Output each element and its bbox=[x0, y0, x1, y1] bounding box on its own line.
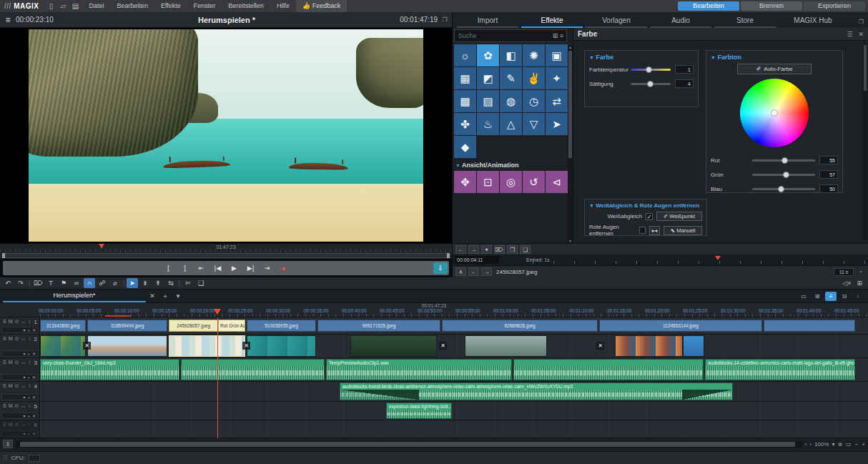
lock-icon[interactable]: ⊙ bbox=[15, 336, 19, 342]
track-4-content[interactable]: audioblocks-forest-birds-close-ambience-… bbox=[40, 382, 868, 401]
zoom-level-value[interactable]: 100% bbox=[814, 441, 829, 448]
width-icon[interactable]: ↔ bbox=[21, 383, 26, 390]
prev-frame-button[interactable]: |◀ bbox=[214, 265, 222, 272]
track-strip-icon[interactable]: ▾ bbox=[23, 351, 25, 356]
link-button[interactable]: ☍ bbox=[97, 278, 108, 288]
timeline-ruler[interactable]: 00:01:47:23 00:00:00:0000:00:05:0000:00:… bbox=[0, 303, 868, 317]
redo-button[interactable]: ↷ bbox=[15, 278, 26, 288]
effect-tile-ki-stil-bertr-[interactable]: ➤KI Stilübertr... bbox=[546, 113, 568, 135]
track-header-4[interactable]: SM⊙↔↕4▾+✕ bbox=[0, 382, 40, 401]
audio-clip[interactable]: audioblocks-forest-birds-close-ambience-… bbox=[340, 382, 733, 400]
slider-value[interactable]: 1 bbox=[675, 65, 694, 74]
effect-tile-helligkeit-kontrast[interactable]: ☼Helligkeit/ Kontrast bbox=[454, 44, 476, 66]
transition-icon[interactable]: ✕ bbox=[439, 342, 447, 350]
slider-value[interactable]: 4 bbox=[675, 79, 694, 88]
clip-thumbnail-coral[interactable] bbox=[40, 335, 86, 357]
transition-icon[interactable]: ✕ bbox=[242, 342, 250, 350]
track-strip-icon[interactable]: ✕ bbox=[32, 351, 36, 356]
slider-value[interactable]: 55 bbox=[819, 156, 838, 164]
solo-button[interactable]: S bbox=[3, 336, 6, 342]
auto-farbe-button[interactable]: ✐Auto-Farbe bbox=[737, 64, 812, 74]
detail-view-icon[interactable]: ▫ bbox=[852, 292, 864, 301]
audio-clip[interactable]: explosion-blast-lightning-bolt... bbox=[386, 403, 452, 419]
copy-effect-button[interactable]: ❐ bbox=[507, 245, 518, 254]
editor-scrollbar[interactable] bbox=[863, 42, 867, 240]
clip-thumbnail-turtle[interactable] bbox=[247, 335, 316, 357]
play-button[interactable]: ▶ bbox=[231, 265, 238, 272]
timeline-clip[interactable]: 245928057.jpeg bbox=[169, 320, 218, 332]
track-header-3[interactable]: SM⊙↔↕3▾+✕ bbox=[0, 358, 40, 381]
lock-icon[interactable]: ⊙ bbox=[15, 360, 19, 366]
mute-button[interactable]: M bbox=[9, 360, 13, 366]
tab-audio[interactable]: Audio bbox=[650, 16, 711, 28]
zoom-dropdown-icon[interactable]: ▾ bbox=[832, 441, 834, 448]
timeline-clip[interactable]: 1124553144.jpeg bbox=[599, 320, 762, 332]
effect-tile-geschwin-[interactable]: ◷Geschwin... bbox=[523, 90, 545, 112]
height-icon[interactable]: ↕ bbox=[28, 403, 31, 410]
apply-to-all-button[interactable]: ✦ bbox=[481, 245, 492, 254]
mouse-mode-single-button[interactable]: ⇞ bbox=[152, 278, 164, 288]
jump-end-button[interactable]: ⇥ bbox=[264, 265, 271, 272]
new-file-icon[interactable]: ▯ bbox=[46, 1, 56, 11]
timeline-scrollbar[interactable] bbox=[16, 441, 802, 448]
timeline-clip[interactable] bbox=[764, 320, 855, 332]
effect-tile-ki-gl-tten[interactable]: ▽KI Glätten bbox=[523, 113, 545, 135]
close-project-tab-icon[interactable]: ✕ bbox=[146, 292, 159, 300]
track-strip-icon[interactable]: ✕ bbox=[32, 413, 36, 418]
loop-range-segment[interactable] bbox=[105, 315, 131, 317]
mouse-mode-all-button[interactable]: ⇟ bbox=[139, 278, 151, 288]
scene-view-icon[interactable]: ⊞ bbox=[812, 292, 823, 301]
slider-track[interactable] bbox=[631, 69, 671, 71]
clip-thumbnail-waterfall[interactable] bbox=[465, 335, 547, 357]
menu-item-bearbeiten[interactable]: Bearbeiten bbox=[110, 0, 154, 12]
slider-knob[interactable] bbox=[778, 186, 784, 192]
snap-magnet-button[interactable]: ∩ bbox=[84, 278, 95, 288]
effect-tile-ki-sch-rfen[interactable]: △KI Schärfen bbox=[500, 113, 522, 135]
slider-value[interactable]: 57 bbox=[819, 170, 838, 179]
keyframe-ruler[interactable] bbox=[533, 256, 865, 264]
preview-playhead-marker[interactable] bbox=[99, 244, 104, 249]
multicam-view-icon[interactable]: ⊟ bbox=[839, 292, 850, 301]
effect-tile-vegas-video-stab-[interactable]: ✌VEGAS Video Stab... bbox=[523, 67, 545, 89]
marker-button[interactable]: ⚑ bbox=[58, 278, 69, 288]
slider-knob[interactable] bbox=[781, 157, 788, 164]
mute-button[interactable]: M bbox=[9, 422, 13, 428]
slider-value[interactable]: 50 bbox=[819, 184, 838, 193]
track-header-1[interactable]: SM⊙↔↕1▾+✕ bbox=[0, 317, 40, 334]
effect-next-button[interactable]: → bbox=[468, 245, 479, 254]
razor-button[interactable]: ✄ bbox=[182, 278, 194, 288]
tab-vorlagen[interactable]: Vorlagen bbox=[586, 16, 647, 28]
track-name-strip[interactable]: ▾+✕ bbox=[1, 413, 38, 419]
track-header-6[interactable]: SM⊙↔↕6▾+✕ bbox=[0, 420, 40, 438]
effect-tile-orientierungsw-[interactable]: ↺Orientierungsw... bbox=[523, 171, 545, 193]
width-icon[interactable]: ↔ bbox=[21, 319, 26, 325]
chain-button[interactable]: ∞ bbox=[71, 278, 82, 288]
delete-button[interactable]: ⌦ bbox=[32, 278, 44, 288]
lock-icon[interactable]: ⊙ bbox=[15, 383, 19, 390]
add-project-tab-icon[interactable]: ＋ bbox=[159, 292, 172, 301]
solo-button[interactable]: S bbox=[3, 383, 6, 390]
width-icon[interactable]: ↔ bbox=[21, 403, 26, 410]
track-6-content[interactable] bbox=[40, 420, 868, 438]
effects-search-box[interactable]: Suche ⊞ ≡ bbox=[454, 29, 567, 42]
width-icon[interactable]: ↔ bbox=[21, 360, 26, 366]
color-wheel[interactable] bbox=[740, 79, 809, 147]
detach-preview-icon[interactable]: ❐ bbox=[438, 16, 452, 23]
track-5-content[interactable]: explosion-blast-lightning-bolt... bbox=[40, 402, 868, 420]
grid-view-icon[interactable]: ⊞ bbox=[553, 32, 560, 39]
undo-button[interactable]: ↶ bbox=[2, 278, 14, 288]
open-folder-icon[interactable]: ▱ bbox=[58, 1, 68, 11]
menu-icon[interactable]: ☰ bbox=[847, 31, 852, 38]
track-name-strip[interactable]: ▾+✕ bbox=[1, 430, 38, 437]
clip-thumbnail-blue[interactable] bbox=[683, 335, 704, 357]
tab-magix-hub[interactable]: MAGIX Hub bbox=[779, 16, 847, 28]
effect-tile-linsenrefle-[interactable]: ✦Linsenrefle... bbox=[546, 67, 568, 89]
paste-effect-button[interactable]: ❏ bbox=[520, 245, 531, 254]
wb-group-title[interactable]: ▼ Weißabgleich & Rote Augen entfernen bbox=[585, 199, 706, 210]
effect-tile-kamera-[interactable]: ◎Kamera/... bbox=[500, 171, 522, 193]
lock-icon[interactable]: ⊙ bbox=[15, 319, 19, 325]
list-view-icon[interactable]: ≡ bbox=[560, 32, 563, 39]
title-button[interactable]: T bbox=[45, 278, 56, 288]
audio-clip[interactable]: very-close-thunder_GkJ_184d.mp3 bbox=[40, 359, 179, 380]
preview-range-scrollbar[interactable] bbox=[0, 252, 452, 259]
